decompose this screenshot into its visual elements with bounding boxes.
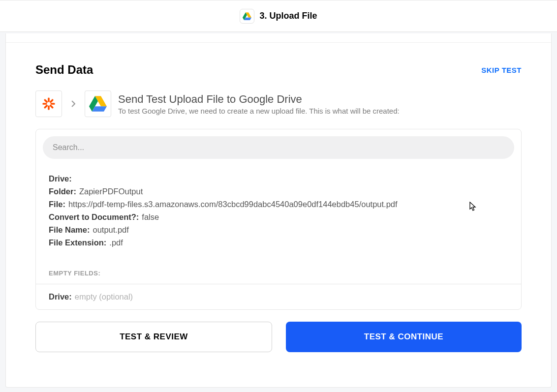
zapier-icon	[35, 90, 62, 117]
step-title: 3. Upload File	[259, 11, 317, 21]
svg-rect-10	[49, 104, 54, 109]
field-label: Drive:	[49, 174, 72, 183]
field-convert: Convert to Document?: false	[49, 212, 508, 222]
field-label: File Extension:	[49, 238, 106, 247]
field-value: false	[142, 212, 159, 222]
svg-rect-4	[48, 106, 50, 110]
chevron-right-icon	[69, 99, 78, 108]
test-review-button[interactable]: TEST & REVIEW	[35, 322, 272, 352]
subhead-title: Send Test Upload File to Google Drive	[118, 93, 522, 106]
main-panel: Send Data SKIP TEST	[5, 33, 552, 388]
details-box: Drive: Folder: ZapierPDFOutput File: htt…	[35, 129, 522, 310]
svg-rect-5	[42, 103, 47, 105]
field-folder: Folder: ZapierPDFOutput	[49, 187, 508, 196]
section-title: Send Data	[35, 63, 93, 77]
google-drive-icon	[240, 9, 254, 24]
field-value: output.pdf	[93, 225, 128, 235]
field-value: https://pdf-temp-files.s3.amazonaws.com/…	[68, 200, 398, 209]
field-value: ZapierPDFOutput	[79, 187, 143, 196]
field-label: Convert to Document?:	[49, 212, 139, 222]
svg-rect-3	[48, 97, 50, 102]
field-label: File:	[49, 200, 65, 209]
search-input[interactable]	[43, 136, 514, 159]
svg-rect-6	[51, 103, 55, 105]
field-file: File: https://pdf-temp-files.s3.amazonaw…	[49, 200, 508, 209]
skip-test-link[interactable]: SKIP TEST	[481, 66, 522, 74]
field-filename: File Name: output.pdf	[49, 225, 508, 235]
field-list: Drive: Folder: ZapierPDFOutput File: htt…	[36, 166, 521, 261]
field-label: Folder:	[49, 187, 76, 196]
svg-rect-8	[44, 104, 48, 109]
field-value: empty (optional)	[75, 292, 133, 302]
app-flow-row: Send Test Upload File to Google Drive To…	[35, 90, 522, 117]
test-continue-button[interactable]: TEST & CONTINUE	[286, 322, 522, 352]
svg-rect-9	[44, 99, 48, 103]
field-drive: Drive:	[49, 174, 508, 183]
google-drive-icon	[85, 90, 111, 117]
field-value: .pdf	[109, 238, 123, 247]
empty-fields-header: EMPTY FIELDS:	[36, 261, 521, 284]
empty-field-drive: Drive: empty (optional)	[36, 284, 521, 309]
field-label: Drive:	[49, 292, 72, 302]
field-label: File Name:	[49, 225, 90, 235]
field-extension: File Extension: .pdf	[49, 238, 508, 247]
subhead-description: To test Google Drive, we need to create …	[118, 107, 522, 115]
svg-rect-7	[49, 99, 54, 103]
step-header: 3. Upload File	[0, 0, 557, 32]
